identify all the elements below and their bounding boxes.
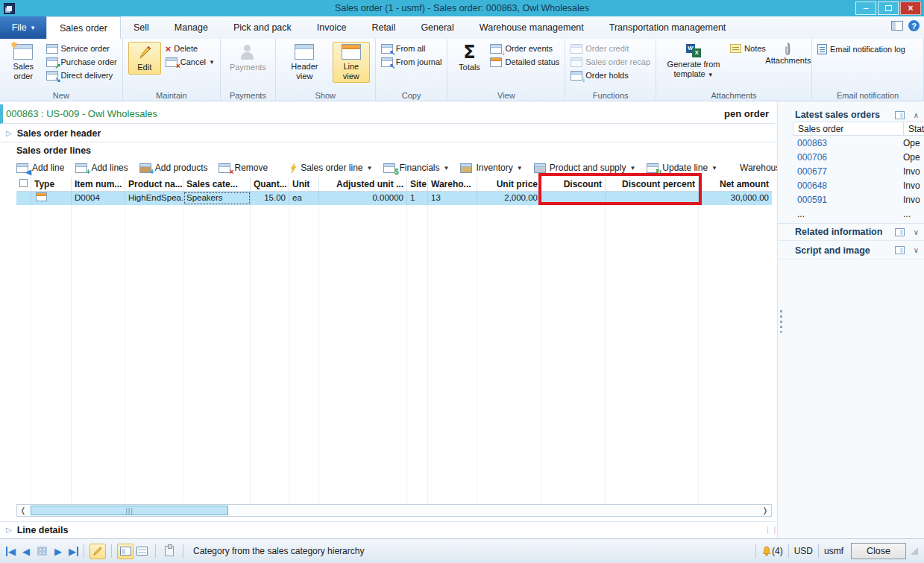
row-selector-cell[interactable] bbox=[16, 192, 31, 205]
from-all-button[interactable]: ↖ From all bbox=[381, 44, 442, 54]
scroll-right-icon[interactable]: ❭ bbox=[759, 506, 771, 515]
more-link[interactable]: ... bbox=[793, 209, 903, 219]
order-holds-button[interactable]: ↓ Order holds bbox=[571, 71, 650, 81]
tab-sales-order[interactable]: Sales order bbox=[46, 16, 121, 39]
service-order-button[interactable]: Service order bbox=[46, 44, 117, 54]
row-net-amount-cell[interactable]: 30,000.00 bbox=[699, 192, 772, 205]
previous-record-button[interactable]: ◀ bbox=[22, 547, 30, 556]
select-all-cell[interactable] bbox=[16, 177, 31, 191]
email-notification-log-button[interactable]: Email notification log bbox=[817, 44, 905, 54]
help-icon[interactable]: ? bbox=[908, 20, 920, 31]
row-type-cell[interactable] bbox=[31, 192, 72, 205]
last-record-button[interactable]: ▶ bbox=[69, 547, 78, 556]
update-line-menu[interactable]: ↻ Update line ▼ bbox=[647, 163, 717, 173]
tab-general[interactable]: General bbox=[408, 16, 466, 39]
cancel-button[interactable]: × Cancel ▼ bbox=[166, 57, 215, 67]
expand-icon[interactable]: ▷ bbox=[6, 129, 12, 137]
row-unit-cell[interactable]: ea bbox=[289, 192, 319, 205]
detailed-status-button[interactable]: Detailed status bbox=[490, 57, 559, 67]
section-sales-order-header[interactable]: ▷ Sales order header bbox=[0, 125, 775, 142]
col-unit[interactable]: Unit bbox=[289, 177, 319, 191]
sales-order-line-menu[interactable]: Sales order line ▼ bbox=[290, 163, 372, 173]
expand-icon[interactable]: ∨ bbox=[914, 246, 919, 254]
factbox-window-icon[interactable] bbox=[895, 228, 905, 236]
sales-order-link[interactable]: 000677 bbox=[793, 166, 903, 177]
grid-empty-area[interactable] bbox=[16, 205, 772, 504]
totals-button[interactable]: Σ Totals bbox=[453, 42, 485, 75]
resize-grip[interactable] bbox=[911, 547, 918, 555]
fb-col-sales-order[interactable]: Sales order bbox=[793, 122, 904, 135]
currency-indicator[interactable]: USD bbox=[794, 546, 813, 556]
direct-delivery-button[interactable]: ↘ Direct delivery bbox=[46, 71, 117, 81]
financials-menu[interactable]: $ Financials ▼ bbox=[383, 163, 449, 173]
close-window-button[interactable]: × bbox=[900, 1, 921, 15]
edit-mode-button[interactable] bbox=[89, 544, 106, 559]
company-indicator[interactable]: usmf bbox=[824, 546, 843, 556]
inventory-menu[interactable]: Inventory ▼ bbox=[460, 163, 522, 173]
section-line-details[interactable]: ▷ Line details bbox=[0, 521, 775, 538]
add-lines-button[interactable]: + Add lines bbox=[75, 163, 128, 173]
sales-order-link[interactable]: 000591 bbox=[793, 195, 903, 205]
grid-view-button[interactable] bbox=[133, 544, 150, 559]
line-details-splitter[interactable]: | | bbox=[767, 526, 777, 534]
row-category-cell[interactable]: Speakers bbox=[183, 192, 251, 205]
tab-pick-and-pack[interactable]: Pick and pack bbox=[221, 16, 304, 39]
row-adjusted-cell[interactable]: 0.00000 bbox=[319, 192, 407, 205]
line-view-button[interactable]: Line view bbox=[333, 42, 370, 83]
order-events-button[interactable]: ↓ Order events bbox=[490, 44, 559, 54]
sales-order-button[interactable]: ✱ Sales order bbox=[5, 42, 42, 83]
collapse-icon[interactable]: ∧ bbox=[914, 111, 919, 119]
tab-sell[interactable]: Sell bbox=[121, 16, 162, 39]
tab-retail[interactable]: Retail bbox=[359, 16, 408, 39]
remove-button[interactable]: × Remove bbox=[219, 163, 268, 173]
tab-manage[interactable]: Manage bbox=[162, 16, 221, 39]
col-type[interactable]: Type bbox=[31, 177, 72, 191]
clipboard-button[interactable] bbox=[161, 544, 177, 559]
notifications-bell-icon[interactable] bbox=[761, 546, 772, 557]
add-products-button[interactable]: + Add products bbox=[139, 163, 208, 173]
col-sales-category[interactable]: Sales cate... bbox=[183, 177, 251, 191]
form-view-button[interactable] bbox=[117, 544, 133, 559]
col-site[interactable]: Site bbox=[407, 177, 428, 191]
notes-button[interactable]: Notes bbox=[730, 44, 766, 53]
panel-splitter-handle[interactable] bbox=[780, 310, 782, 333]
fb-col-status[interactable]: Stat bbox=[904, 124, 924, 134]
record-grid-icon[interactable] bbox=[37, 547, 47, 556]
close-button[interactable]: Close bbox=[851, 543, 906, 559]
from-journal-button[interactable]: ↖ From journal bbox=[381, 57, 442, 67]
factbox-window-icon[interactable] bbox=[895, 246, 905, 254]
maximize-button[interactable] bbox=[878, 1, 899, 15]
row-product-cell[interactable]: HighEndSpea... bbox=[125, 192, 183, 205]
col-adjusted-unit[interactable]: Adjusted unit ... bbox=[319, 177, 407, 191]
sales-order-link[interactable]: 000706 bbox=[793, 152, 903, 163]
window-layout-icon[interactable] bbox=[891, 21, 903, 31]
generate-from-template-button[interactable]: WX Generate from template ▼ bbox=[661, 42, 726, 81]
row-qty-cell[interactable]: 15.00 bbox=[251, 192, 289, 205]
scrollbar-thumb[interactable]: ||| bbox=[31, 506, 228, 515]
delete-button[interactable]: × Delete bbox=[166, 44, 215, 54]
row-site-cell[interactable]: 1 bbox=[407, 192, 428, 205]
col-warehouse[interactable]: Wareho... bbox=[428, 177, 477, 191]
minimize-button[interactable]: – bbox=[855, 1, 876, 15]
file-menu-button[interactable]: File ▾ bbox=[0, 16, 46, 39]
attachments-button[interactable]: Attachments bbox=[770, 42, 806, 67]
col-item-number[interactable]: Item num... bbox=[72, 177, 125, 191]
horizontal-scrollbar[interactable]: ❬ ||| ❭ bbox=[16, 504, 772, 517]
col-net-amount[interactable]: Net amount bbox=[699, 177, 772, 191]
select-all-checkbox[interactable] bbox=[19, 179, 28, 187]
factbox-script-and-image[interactable]: Script and image ∨ bbox=[778, 242, 924, 260]
col-product-name[interactable]: Product na... bbox=[125, 177, 183, 191]
purchase-order-button[interactable]: ↗ Purchase order bbox=[46, 57, 117, 67]
tab-invoice[interactable]: Invoice bbox=[304, 16, 359, 39]
first-record-button[interactable]: ◀ bbox=[6, 547, 16, 556]
sales-order-link[interactable]: 000648 bbox=[793, 180, 903, 191]
tab-warehouse-management[interactable]: Warehouse management bbox=[467, 16, 597, 39]
notifications-count[interactable]: (4) bbox=[772, 546, 783, 556]
add-line-button[interactable]: ◀ Add line bbox=[16, 163, 64, 173]
edit-button[interactable]: Edit bbox=[128, 42, 161, 75]
col-unit-price[interactable]: Unit price bbox=[477, 177, 541, 191]
scroll-left-icon[interactable]: ❬ bbox=[17, 506, 29, 515]
header-view-button[interactable]: Header view bbox=[281, 42, 328, 83]
col-quantity[interactable]: Quant... bbox=[251, 177, 289, 191]
row-item-cell[interactable]: D0004 bbox=[72, 192, 125, 205]
